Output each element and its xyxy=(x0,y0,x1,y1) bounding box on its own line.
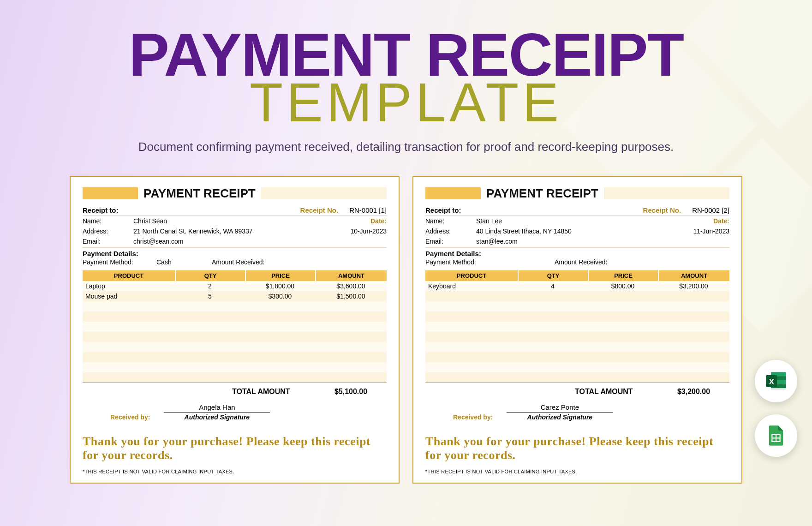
cell-amount xyxy=(658,322,729,332)
table-row xyxy=(83,301,387,311)
receipt-to-label: Receipt to: xyxy=(425,206,461,214)
cell-product xyxy=(83,352,175,362)
total-label: TOTAL AMOUNT xyxy=(575,388,658,396)
address-label: Address: xyxy=(425,227,476,235)
excel-badge[interactable]: X xyxy=(755,360,797,402)
received-by-name: Angela Han xyxy=(164,403,270,412)
amount-received-label: Amount Received: xyxy=(555,258,628,266)
page-description: Document confirming payment received, de… xyxy=(0,140,812,154)
cell-amount xyxy=(658,342,729,352)
title-line-2: TEMPLATE xyxy=(0,78,812,127)
cell-qty: 5 xyxy=(175,291,245,301)
col-amount: AMOUNT xyxy=(316,270,387,281)
cell-amount xyxy=(658,301,729,311)
cell-amount xyxy=(315,332,387,342)
cell-price xyxy=(588,332,658,342)
cell-price: $800.00 xyxy=(588,281,658,291)
cell-product xyxy=(425,352,518,362)
cell-qty xyxy=(518,311,588,322)
col-product: PRODUCT xyxy=(83,270,175,281)
receipt-to-label: Receipt to: xyxy=(83,206,119,214)
receipt-no-label: Receipt No. xyxy=(643,206,681,214)
format-badges: X xyxy=(755,360,797,457)
sheets-badge[interactable] xyxy=(755,414,797,457)
table-row xyxy=(425,372,729,383)
disclaimer-text: *THIS RECEIPT IS NOT VALID FOR CLAIMING … xyxy=(425,469,729,474)
address-value: 21 North Canal St. Kennewick, WA 99337 xyxy=(133,227,331,235)
total-value: $5,100.00 xyxy=(315,388,387,396)
email-label: Email: xyxy=(83,238,133,245)
received-by-label: Received by: xyxy=(110,413,150,421)
cell-product xyxy=(83,311,175,322)
cell-amount xyxy=(315,301,387,311)
name-label: Name: xyxy=(83,217,133,225)
table-row xyxy=(83,332,387,342)
cell-price xyxy=(245,332,315,342)
name-value: Christ Sean xyxy=(133,217,350,225)
cell-amount: $3,200.00 xyxy=(658,281,729,291)
cell-price xyxy=(588,352,658,362)
received-by-name: Carez Ponte xyxy=(507,403,613,412)
email-value: stan@lee.com xyxy=(476,238,729,245)
col-qty: QTY xyxy=(176,270,245,281)
col-product: PRODUCT xyxy=(425,270,518,281)
cell-price xyxy=(588,322,658,332)
receipts-container: PAYMENT RECEIPT Receipt to: Receipt No.R… xyxy=(0,176,812,484)
cell-qty xyxy=(175,372,245,383)
total-label: TOTAL AMOUNT xyxy=(232,388,315,396)
receipt-title-bar: PAYMENT RECEIPT xyxy=(425,186,729,201)
table-row xyxy=(425,332,729,342)
cell-qty xyxy=(518,352,588,362)
received-by-label: Received by: xyxy=(453,413,493,421)
cell-product: Laptop xyxy=(83,281,175,291)
cell-amount xyxy=(315,362,387,372)
cell-amount xyxy=(315,372,387,383)
cell-qty: 4 xyxy=(518,281,588,291)
table-row xyxy=(83,342,387,352)
receipt-card: PAYMENT RECEIPT Receipt to: Receipt No.R… xyxy=(412,176,742,484)
receipt-card: PAYMENT RECEIPT Receipt to: Receipt No.R… xyxy=(70,176,400,484)
email-label: Email: xyxy=(425,238,476,245)
cell-price xyxy=(588,301,658,311)
cell-amount: $1,500.00 xyxy=(315,291,387,301)
svg-text:X: X xyxy=(769,377,774,386)
page-title: PAYMENT RECEIPT TEMPLATE xyxy=(0,28,812,127)
cell-price: $300.00 xyxy=(245,291,315,301)
cell-price xyxy=(245,342,315,352)
cell-qty xyxy=(175,332,245,342)
receipt-title: PAYMENT RECEIPT xyxy=(486,186,598,201)
payment-method-label: Payment Method: xyxy=(425,258,499,266)
table-row xyxy=(83,322,387,332)
cell-price xyxy=(588,362,658,372)
cell-qty xyxy=(175,352,245,362)
cell-product xyxy=(425,332,518,342)
total-value: $3,200.00 xyxy=(658,388,729,396)
cell-amount: $3,600.00 xyxy=(315,281,387,291)
cell-qty: 2 xyxy=(175,281,245,291)
disclaimer-text: *THIS RECEIPT IS NOT VALID FOR CLAIMING … xyxy=(83,469,387,474)
cell-qty xyxy=(518,372,588,383)
table-row xyxy=(425,311,729,322)
excel-icon: X xyxy=(764,369,788,393)
cell-amount xyxy=(658,352,729,362)
cell-qty xyxy=(175,301,245,311)
table-row xyxy=(83,362,387,372)
date-value: 10-Jun-2023 xyxy=(331,227,387,235)
cell-price xyxy=(588,291,658,301)
cell-amount xyxy=(658,372,729,383)
cell-price xyxy=(245,372,315,383)
col-price: PRICE xyxy=(246,270,315,281)
table-row: Mouse pad5$300.00$1,500.00 xyxy=(83,291,387,301)
address-label: Address: xyxy=(83,227,133,235)
items-table-body: Keyboard4$800.00$3,200.00 xyxy=(425,281,729,383)
cell-product xyxy=(425,342,518,352)
payment-details-label: Payment Details: xyxy=(83,247,387,257)
cell-amount xyxy=(315,311,387,322)
items-table-body: Laptop2$1,800.00$3,600.00Mouse pad5$300.… xyxy=(83,281,387,383)
cell-amount xyxy=(658,332,729,342)
cell-amount xyxy=(315,352,387,362)
cell-amount xyxy=(658,311,729,322)
total-row: TOTAL AMOUNT $5,100.00 xyxy=(83,383,387,400)
cell-qty xyxy=(518,301,588,311)
cell-qty xyxy=(175,342,245,352)
